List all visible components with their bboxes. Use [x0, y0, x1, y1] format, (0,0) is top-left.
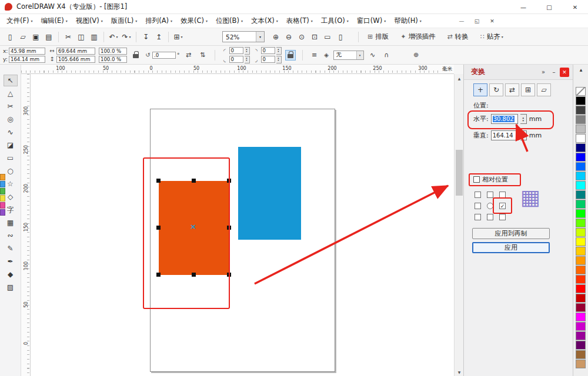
- rectangle-tool[interactable]: ▭: [4, 153, 17, 163]
- fill-tool[interactable]: ◆: [4, 269, 17, 280]
- zoom-all-objects-icon[interactable]: ⊡: [309, 31, 320, 43]
- paste-icon[interactable]: ▥: [88, 31, 100, 43]
- color-swatch[interactable]: [576, 96, 586, 105]
- vertical-scrollbar[interactable]: ▲ ▼: [454, 74, 463, 376]
- selection-handle[interactable]: [192, 179, 196, 183]
- selection-handle[interactable]: [227, 226, 231, 230]
- menu-item-2[interactable]: 视图(V)▾: [72, 14, 107, 28]
- mirror-vertical-button[interactable]: ⇅: [198, 50, 208, 61]
- color-swatch[interactable]: [576, 256, 586, 265]
- relative-position-checkbox[interactable]: [473, 176, 480, 183]
- selection-handle[interactable]: [156, 226, 161, 230]
- doc-minimize-button[interactable]: —: [454, 14, 469, 28]
- anchor-radio[interactable]: [487, 203, 493, 209]
- wrap-text-button[interactable]: ≡: [309, 50, 320, 61]
- anchor-box[interactable]: [487, 192, 493, 198]
- apply-button[interactable]: 应用: [472, 242, 550, 253]
- app-launcher-icon[interactable]: ⊞▾: [172, 31, 184, 43]
- scale-lock-button[interactable]: [131, 50, 141, 61]
- smart-fill-tool[interactable]: ◪: [4, 140, 17, 150]
- eyedropper-tool[interactable]: ✎: [4, 243, 17, 254]
- spinner[interactable]: [245, 47, 250, 55]
- export-icon[interactable]: ↥: [153, 31, 165, 43]
- color-swatch[interactable]: [576, 313, 586, 321]
- layout-button[interactable]: ⊞排版: [363, 31, 393, 43]
- color-swatch[interactable]: [0, 174, 5, 180]
- anchor-box[interactable]: [487, 214, 493, 220]
- color-swatch[interactable]: [576, 219, 586, 227]
- docker-chevron-icon[interactable]: »: [539, 68, 548, 77]
- vertical-spinner[interactable]: [520, 130, 527, 140]
- color-swatch[interactable]: [576, 341, 586, 350]
- menu-item-3[interactable]: 版面(L)▾: [107, 14, 141, 28]
- color-swatch[interactable]: [576, 106, 586, 115]
- freehand-tool[interactable]: ∿: [4, 127, 17, 137]
- anchor-checked[interactable]: ✓: [499, 203, 506, 209]
- interactive-blend-tool[interactable]: ∾: [4, 230, 17, 241]
- redo-icon[interactable]: ↷▾: [121, 31, 132, 43]
- plugins-button[interactable]: ✦增强插件: [396, 31, 439, 43]
- horizontal-ruler[interactable]: 毫米 10050050100150200250300: [21, 65, 454, 74]
- transform-rotate-button[interactable]: ↻: [489, 83, 503, 96]
- interactive-fill-tool[interactable]: ▨: [4, 282, 17, 293]
- mirror-horizontal-button[interactable]: ⇄: [183, 50, 194, 61]
- palette-scroll-up-button[interactable]: ▲: [573, 66, 588, 73]
- y-position-input[interactable]: 164.14 mm: [9, 56, 45, 63]
- import-icon[interactable]: ↧: [140, 31, 152, 43]
- color-swatch[interactable]: [576, 331, 586, 340]
- docker-minimize-button[interactable]: –: [549, 68, 559, 77]
- vertical-ruler[interactable]: 300250200150100500: [21, 74, 31, 376]
- blue-rectangle[interactable]: [238, 147, 301, 240]
- scale-v-input[interactable]: 100.0 %: [99, 56, 127, 63]
- x-position-input[interactable]: 45.98 mm: [9, 48, 45, 55]
- menu-item-11[interactable]: 帮助(H)▾: [390, 14, 426, 28]
- selection-handle[interactable]: [227, 179, 231, 183]
- doc-close-button[interactable]: ✕: [485, 14, 500, 28]
- color-swatch[interactable]: [576, 209, 586, 218]
- color-swatch[interactable]: [576, 115, 586, 124]
- menu-item-7[interactable]: 文本(X)▾: [247, 14, 282, 28]
- menu-item-9[interactable]: 工具(O)▾: [317, 14, 353, 28]
- color-swatch[interactable]: [576, 303, 586, 312]
- color-swatch[interactable]: [0, 209, 5, 216]
- transform-size-button[interactable]: ⊞: [521, 83, 535, 96]
- cut-icon[interactable]: ✂: [62, 31, 74, 43]
- zoom-page-icon[interactable]: ▭: [322, 31, 333, 43]
- horizontal-input[interactable]: 30.802: [491, 114, 518, 124]
- menu-item-1[interactable]: 编辑(E)▾: [37, 14, 72, 28]
- selection-handle[interactable]: [192, 273, 196, 277]
- color-swatch[interactable]: [576, 190, 586, 199]
- maximize-button[interactable]: □: [536, 0, 562, 14]
- color-swatch[interactable]: [0, 181, 5, 187]
- corner-bl-input[interactable]: 0: [229, 56, 243, 63]
- transform-skew-button[interactable]: ▱: [537, 83, 551, 96]
- outline-width-combo[interactable]: 无 ▾: [333, 51, 364, 60]
- color-swatch[interactable]: [0, 188, 5, 194]
- pick-tool[interactable]: ↖: [4, 75, 17, 86]
- corner-br-input[interactable]: 0: [261, 56, 275, 63]
- chevron-down-icon[interactable]: ▾: [256, 32, 264, 42]
- save-icon[interactable]: ▣: [30, 31, 42, 43]
- color-swatch[interactable]: [576, 143, 586, 152]
- spinner[interactable]: [245, 56, 250, 63]
- corner-tl-input[interactable]: 0: [229, 47, 243, 54]
- corner-tr-input[interactable]: 0: [261, 47, 275, 54]
- open-icon[interactable]: ▱: [17, 31, 29, 43]
- menu-item-10[interactable]: 窗口(W)▾: [353, 14, 390, 28]
- zoom-out-icon[interactable]: ⊖: [283, 31, 295, 43]
- apply-to-duplicate-button[interactable]: 应用到再制: [472, 228, 550, 239]
- outline-pen-tool[interactable]: ✒: [4, 256, 17, 267]
- color-swatch[interactable]: [576, 360, 586, 368]
- color-swatch[interactable]: [576, 228, 586, 237]
- object-height-input[interactable]: 105.646 mm: [56, 56, 95, 63]
- scroll-up-button[interactable]: ▲: [455, 74, 464, 82]
- zoom-in-icon[interactable]: ⊕: [270, 31, 282, 43]
- anchor-box[interactable]: [499, 192, 506, 198]
- menu-item-8[interactable]: 表格(T)▾: [282, 14, 317, 28]
- selection-handle[interactable]: [227, 273, 231, 277]
- transform-position-button[interactable]: +: [473, 83, 487, 96]
- color-swatch[interactable]: [576, 125, 586, 133]
- color-swatch[interactable]: [576, 134, 586, 143]
- transform-scale-mirror-button[interactable]: ⇄: [505, 83, 519, 96]
- quick-customize-button[interactable]: ⊕: [411, 50, 422, 61]
